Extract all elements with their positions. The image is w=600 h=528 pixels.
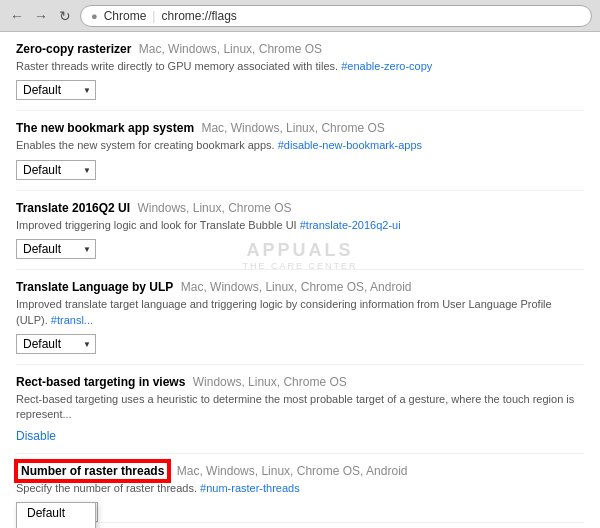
url-separator: | [152,9,155,23]
address-bar[interactable]: ● Chrome | chrome://flags [80,5,592,27]
flag-item-raster-threads: Number of raster threads Mac, Windows, L… [16,454,584,523]
flag-title: Rect-based targeting in views [16,375,185,389]
flag-platform: Windows, Linux, Chrome OS [137,201,291,215]
flag-item-bookmark-app: The new bookmark app system Mac, Windows… [16,111,584,190]
flag-select[interactable]: Default Enabled Disabled [16,239,96,259]
flag-control: Default Enabled Disabled [16,334,584,354]
flag-platform: Mac, Windows, Linux, Chrome OS, Android [177,464,408,478]
disable-link[interactable]: Disable [16,429,584,443]
flag-control: Default Enabled Disabled [16,80,584,100]
flag-title-raster: Number of raster threads [16,461,169,481]
lock-icon: ● [91,10,98,22]
flag-item-zero-copy: Zero-copy rasterizer Mac, Windows, Linux… [16,32,584,111]
flag-link[interactable]: #num-raster-threads [200,482,300,494]
flag-desc: Improved translate target language and t… [16,297,584,328]
flags-page: Zero-copy rasterizer Mac, Windows, Linux… [0,32,600,528]
flag-title: Zero-copy rasterizer [16,42,131,56]
flag-control: Disable [16,429,584,443]
flag-select[interactable]: Default Enabled Disabled [16,334,96,354]
flag-link[interactable]: #transl... [51,314,93,326]
flag-desc: Raster threads write directly to GPU mem… [16,59,584,74]
select-wrapper: Default Enabled Disabled [16,239,96,259]
flag-title: Translate Language by ULP [16,280,173,294]
flag-select[interactable]: Default Enabled Disabled [16,80,96,100]
flag-item-translate-ulp: Translate Language by ULP Mac, Windows, … [16,270,584,365]
select-wrapper: Default Enabled Disabled [16,334,96,354]
flag-desc: Enables the new system for creating book… [16,138,584,153]
browser-window: ← → ↻ ● Chrome | chrome://flags Zero-cop… [0,0,600,528]
back-button[interactable]: ← [8,7,26,25]
flag-desc: Improved triggering logic and look for T… [16,218,584,233]
select-wrapper: Default Enabled Disabled [16,80,96,100]
flag-item-translate-2016q2: Translate 2016Q2 UI Windows, Linux, Chro… [16,191,584,270]
flag-platform: Mac, Windows, Linux, Chrome OS [201,121,384,135]
dropdown-option-default[interactable]: Default [17,503,95,523]
flag-control: Default Enabled Disabled [16,160,584,180]
browser-toolbar: ← → ↻ ● Chrome | chrome://flags [0,0,600,32]
flag-select[interactable]: Default Enabled Disabled [16,160,96,180]
forward-button[interactable]: → [32,7,50,25]
flag-desc: Specify the number of raster threads. #n… [16,481,584,496]
flags-list: Zero-copy rasterizer Mac, Windows, Linux… [0,32,600,528]
select-wrapper: Default Enabled Disabled [16,160,96,180]
flag-title: Translate 2016Q2 UI [16,201,130,215]
flag-title: The new bookmark app system [16,121,194,135]
url-text: chrome://flags [161,9,236,23]
flag-control: Default Default 1 2 3 4 [16,502,584,522]
flag-desc: Rect-based targeting uses a heuristic to… [16,392,584,423]
flag-control: Default Enabled Disabled [16,239,584,259]
flag-platform: Mac, Windows, Linux, Chrome OS [139,42,322,56]
flag-item-permission-reporting: ction Reporting Mac, Windows, Linux, Chr… [16,523,584,528]
flag-item-rect-targeting: Rect-based targeting in views Windows, L… [16,365,584,454]
reload-button[interactable]: ↻ [56,7,74,25]
dropdown-menu: Default 1 2 3 4 [16,502,96,528]
dropdown-container: Default Default 1 2 3 4 [16,502,98,522]
site-name: Chrome [104,9,147,23]
flag-platform: Windows, Linux, Chrome OS [193,375,347,389]
flag-link[interactable]: #translate-2016q2-ui [300,219,401,231]
dropdown-option-1[interactable]: 1 [17,523,95,528]
flag-link[interactable]: #enable-zero-copy [341,60,432,72]
flag-platform: Mac, Windows, Linux, Chrome OS, Android [181,280,412,294]
flag-link[interactable]: #disable-new-bookmark-apps [278,139,422,151]
